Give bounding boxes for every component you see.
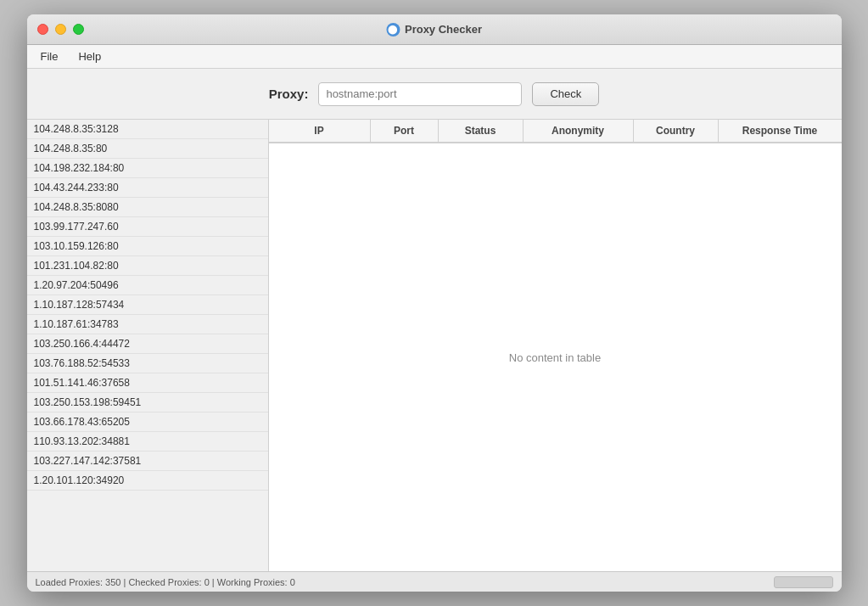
proxy-list-panel: 104.248.8.35:3128104.248.8.35:80104.198.…: [27, 120, 269, 571]
status-bar: Loaded Proxies: 350 | Checked Proxies: 0…: [27, 571, 842, 592]
table-header-cell: Status: [439, 120, 524, 142]
proxy-item[interactable]: 104.43.244.233:80: [27, 178, 268, 198]
proxy-item[interactable]: 101.51.141.46:37658: [27, 373, 268, 393]
maximize-button[interactable]: [73, 24, 84, 35]
title-text: ⬤ Proxy Checker: [386, 23, 482, 36]
main-content: 104.248.8.35:3128104.248.8.35:80104.198.…: [27, 120, 842, 571]
proxy-input[interactable]: [318, 82, 522, 106]
proxy-item[interactable]: 103.227.147.142:37581: [27, 452, 268, 471]
proxy-item[interactable]: 103.250.153.198:59451: [27, 393, 268, 412]
app-icon: ⬤: [386, 23, 400, 36]
proxy-item[interactable]: 103.76.188.52:54533: [27, 354, 268, 373]
table-header-cell: Anonymity: [524, 120, 634, 142]
status-text: Loaded Proxies: 350 | Checked Proxies: 0…: [36, 577, 295, 587]
minimize-button[interactable]: [55, 24, 66, 35]
table-header-cell: IP: [269, 120, 371, 142]
table-header-cell: Country: [634, 120, 719, 142]
menu-file[interactable]: File: [37, 48, 62, 65]
proxy-item[interactable]: 103.250.166.4:44472: [27, 334, 268, 354]
proxy-item[interactable]: 1.10.187.61:34783: [27, 315, 268, 334]
window-controls: [37, 24, 84, 35]
proxy-item[interactable]: 101.231.104.82:80: [27, 256, 268, 276]
proxy-item[interactable]: 1.20.97.204:50496: [27, 276, 268, 295]
window-title: Proxy Checker: [405, 23, 482, 36]
check-button[interactable]: Check: [532, 82, 599, 106]
right-panel: IPPortStatusAnonymityCountryResponse Tim…: [269, 120, 842, 571]
toolbar: Proxy: Check: [27, 69, 842, 120]
progress-bar-container: [774, 576, 833, 588]
proxy-item[interactable]: 103.66.178.43:65205: [27, 412, 268, 432]
proxy-item[interactable]: 110.93.13.202:34881: [27, 432, 268, 452]
main-window: ⬤ Proxy Checker File Help Proxy: Check 1…: [27, 14, 842, 592]
proxy-item[interactable]: 104.198.232.184:80: [27, 159, 268, 178]
proxy-label: Proxy:: [269, 87, 309, 101]
menu-help[interactable]: Help: [75, 48, 104, 65]
close-button[interactable]: [37, 24, 48, 35]
proxy-item[interactable]: 104.248.8.35:8080: [27, 198, 268, 217]
proxy-item[interactable]: 1.20.101.120:34920: [27, 471, 268, 491]
table-header-cell: Response Time: [719, 120, 842, 142]
proxy-item[interactable]: 103.99.177.247.60: [27, 217, 268, 237]
table-header-cell: Port: [371, 120, 439, 142]
proxy-item[interactable]: 104.248.8.35:3128: [27, 120, 268, 139]
proxy-list-scroll[interactable]: 104.248.8.35:3128104.248.8.35:80104.198.…: [27, 120, 268, 571]
proxy-item[interactable]: 104.248.8.35:80: [27, 139, 268, 159]
no-content-label: No content in table: [509, 351, 601, 364]
table-body: No content in table: [269, 143, 842, 571]
title-bar: ⬤ Proxy Checker: [27, 14, 842, 45]
proxy-item[interactable]: 103.10.159.126:80: [27, 237, 268, 256]
menu-bar: File Help: [27, 45, 842, 69]
proxy-item[interactable]: 1.10.187.128:57434: [27, 295, 268, 315]
table-header: IPPortStatusAnonymityCountryResponse Tim…: [269, 120, 842, 143]
